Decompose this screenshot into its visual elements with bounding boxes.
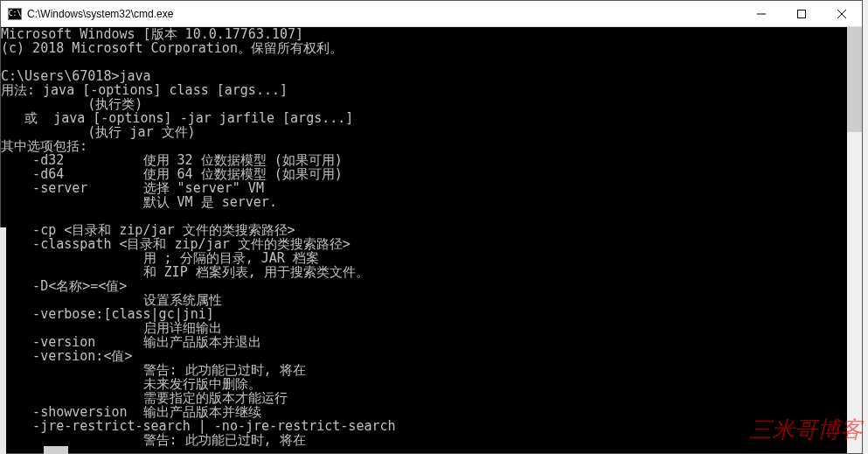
terminal-output[interactable]: Microsoft Windows [版本 10.0.17763.107] (c… (1, 27, 847, 453)
window-title: C:\Windows\system32\cmd.exe (27, 8, 741, 20)
svg-rect-1 (798, 10, 806, 18)
cmd-window: C:\ C:\Windows\system32\cmd.exe Microsof… (0, 0, 863, 454)
maximize-button[interactable] (781, 1, 822, 27)
scrollbar-thumb[interactable] (847, 27, 862, 132)
terminal-wrapper: Microsoft Windows [版本 10.0.17763.107] (c… (1, 27, 862, 453)
vertical-scrollbar[interactable] (847, 27, 862, 453)
minimize-button[interactable] (741, 1, 781, 27)
cmd-icon: C:\ (8, 8, 22, 20)
window-controls (741, 1, 862, 26)
title-bar[interactable]: C:\ C:\Windows\system32\cmd.exe (1, 1, 862, 27)
left-edge-artifact (0, 227, 6, 454)
close-button[interactable] (822, 1, 862, 27)
bottom-edge-artifact (44, 446, 68, 454)
